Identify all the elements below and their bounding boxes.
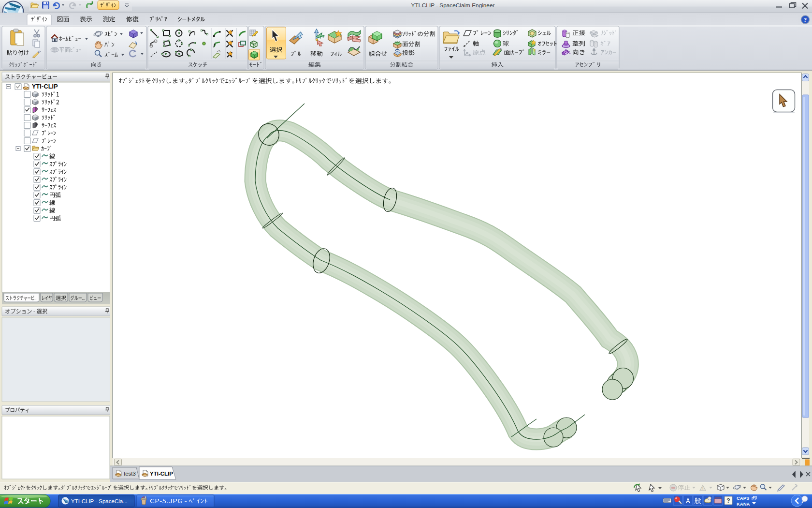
svg-text:YTI-CLIP - SpaceCla...: YTI-CLIP - SpaceCla... [71, 498, 128, 504]
svg-text:YTI-CLIP: YTI-CLIP [32, 83, 58, 90]
svg-text:?: ? [726, 497, 730, 504]
svg-text:test3: test3 [124, 471, 136, 477]
svg-text:KANA: KANA [737, 501, 750, 507]
svg-text:YTI-CLIP - SpaceClaim Engineer: YTI-CLIP - SpaceClaim Engineer [411, 2, 495, 9]
svg-text:!: ! [702, 486, 703, 491]
svg-text:?: ? [804, 16, 807, 23]
svg-text:CAPS: CAPS [737, 495, 749, 501]
svg-text:YTI-CLIP: YTI-CLIP [150, 471, 173, 477]
